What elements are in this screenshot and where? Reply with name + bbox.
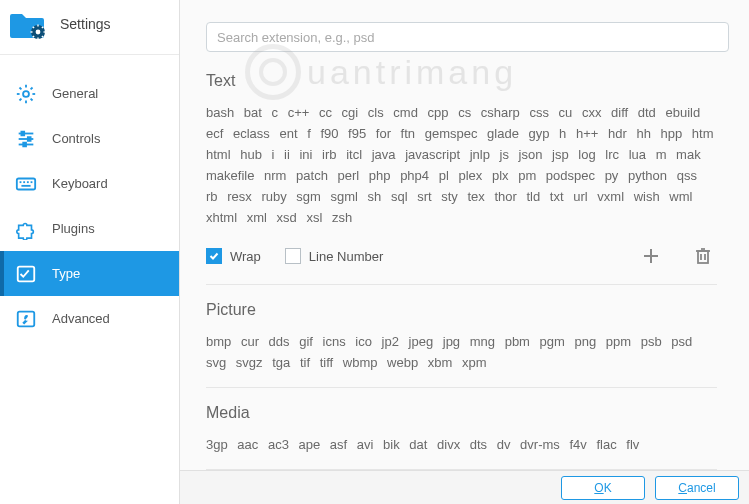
extension-item[interactable]: thor xyxy=(494,189,516,204)
sidebar-item-keyboard[interactable]: Keyboard xyxy=(0,161,179,206)
extension-item[interactable]: 3gp xyxy=(206,437,228,452)
extension-item[interactable]: svg xyxy=(206,355,226,370)
extension-item[interactable]: cls xyxy=(368,105,384,120)
extension-item[interactable]: ape xyxy=(299,437,321,452)
extension-item[interactable]: xbm xyxy=(428,355,453,370)
extension-item[interactable]: plx xyxy=(492,168,509,183)
extension-item[interactable]: diff xyxy=(611,105,628,120)
extension-item[interactable]: tex xyxy=(468,189,485,204)
extension-item[interactable]: json xyxy=(519,147,543,162)
extension-item[interactable]: h++ xyxy=(576,126,598,141)
extension-item[interactable]: bik xyxy=(383,437,400,452)
extension-item[interactable]: tld xyxy=(527,189,541,204)
extension-item[interactable]: eclass xyxy=(233,126,270,141)
extension-item[interactable]: xhtml xyxy=(206,210,237,225)
search-input[interactable] xyxy=(206,22,729,52)
extension-item[interactable]: rb xyxy=(206,189,218,204)
extension-item[interactable]: pbm xyxy=(505,334,530,349)
extension-item[interactable]: sgml xyxy=(330,189,357,204)
line-number-checkbox[interactable]: Line Number xyxy=(285,248,383,264)
extension-item[interactable]: js xyxy=(500,147,509,162)
extension-item[interactable]: dat xyxy=(409,437,427,452)
extension-item[interactable]: png xyxy=(575,334,597,349)
extension-item[interactable]: ac3 xyxy=(268,437,289,452)
sections-scroll[interactable]: Textbash bat c c++ cc cgi cls cmd cpp cs… xyxy=(206,60,725,470)
extension-item[interactable]: cxx xyxy=(582,105,602,120)
extension-item[interactable]: f4v xyxy=(569,437,586,452)
extension-item[interactable]: svgz xyxy=(236,355,263,370)
extension-item[interactable]: jp2 xyxy=(382,334,399,349)
extension-item[interactable]: aac xyxy=(237,437,258,452)
extension-item[interactable]: dtd xyxy=(638,105,656,120)
extension-item[interactable]: bmp xyxy=(206,334,231,349)
wrap-checkbox[interactable]: Wrap xyxy=(206,248,261,264)
extension-item[interactable]: python xyxy=(628,168,667,183)
extension-item[interactable]: resx xyxy=(227,189,252,204)
extension-item[interactable]: vxml xyxy=(597,189,624,204)
extension-item[interactable]: gyp xyxy=(529,126,550,141)
extension-item[interactable]: ecf xyxy=(206,126,223,141)
extension-item[interactable]: dvr-ms xyxy=(520,437,560,452)
extension-item[interactable]: makefile xyxy=(206,168,254,183)
extension-item[interactable]: xml xyxy=(247,210,267,225)
extension-item[interactable]: podspec xyxy=(546,168,595,183)
extension-item[interactable]: irb xyxy=(322,147,336,162)
extension-item[interactable]: sgm xyxy=(296,189,321,204)
extension-item[interactable]: pm xyxy=(518,168,536,183)
extension-item[interactable]: flac xyxy=(596,437,616,452)
extension-item[interactable]: i xyxy=(272,147,275,162)
sidebar-item-plugins[interactable]: Plugins xyxy=(0,206,179,251)
extension-item[interactable]: icns xyxy=(323,334,346,349)
extension-item[interactable]: for xyxy=(376,126,391,141)
extension-item[interactable]: bash xyxy=(206,105,234,120)
extension-item[interactable]: dds xyxy=(269,334,290,349)
extension-item[interactable]: f xyxy=(307,126,311,141)
extension-item[interactable]: psb xyxy=(641,334,662,349)
extension-item[interactable]: sty xyxy=(441,189,458,204)
sidebar-item-type[interactable]: Type xyxy=(0,251,179,296)
sidebar-item-controls[interactable]: Controls xyxy=(0,116,179,161)
extension-item[interactable]: lrc xyxy=(605,147,619,162)
extension-item[interactable]: php xyxy=(369,168,391,183)
extension-item[interactable]: htm xyxy=(692,126,714,141)
extension-item[interactable]: jpg xyxy=(443,334,460,349)
add-button[interactable] xyxy=(637,242,665,270)
extension-item[interactable]: avi xyxy=(357,437,374,452)
extension-item[interactable]: qss xyxy=(677,168,697,183)
extension-item[interactable]: ebuild xyxy=(665,105,700,120)
extension-item[interactable]: html xyxy=(206,147,231,162)
extension-item[interactable]: srt xyxy=(417,189,431,204)
extension-item[interactable]: xpm xyxy=(462,355,487,370)
extension-item[interactable]: mng xyxy=(470,334,495,349)
extension-item[interactable]: ii xyxy=(284,147,290,162)
extension-item[interactable]: perl xyxy=(338,168,360,183)
extension-item[interactable]: lua xyxy=(629,147,646,162)
extension-item[interactable]: jsp xyxy=(552,147,569,162)
extension-item[interactable]: ftn xyxy=(401,126,415,141)
extension-item[interactable]: webp xyxy=(387,355,418,370)
extension-item[interactable]: flv xyxy=(626,437,639,452)
extension-item[interactable]: hdr xyxy=(608,126,627,141)
extension-item[interactable]: nrm xyxy=(264,168,286,183)
extension-item[interactable]: csharp xyxy=(481,105,520,120)
extension-item[interactable]: patch xyxy=(296,168,328,183)
extension-item[interactable]: py xyxy=(605,168,619,183)
extension-item[interactable]: bat xyxy=(244,105,262,120)
sidebar-item-general[interactable]: General xyxy=(0,71,179,116)
extension-item[interactable]: log xyxy=(578,147,595,162)
extension-item[interactable]: psd xyxy=(671,334,692,349)
extension-item[interactable]: cpp xyxy=(428,105,449,120)
extension-item[interactable]: c++ xyxy=(288,105,310,120)
extension-item[interactable]: cmd xyxy=(393,105,418,120)
extension-item[interactable]: gemspec xyxy=(425,126,478,141)
extension-item[interactable]: javascript xyxy=(405,147,460,162)
extension-item[interactable]: mak xyxy=(676,147,701,162)
extension-item[interactable]: itcl xyxy=(346,147,362,162)
extension-item[interactable]: wish xyxy=(634,189,660,204)
extension-item[interactable]: divx xyxy=(437,437,460,452)
extension-item[interactable]: f95 xyxy=(348,126,366,141)
extension-item[interactable]: cu xyxy=(559,105,573,120)
extension-item[interactable]: url xyxy=(573,189,587,204)
extension-item[interactable]: ico xyxy=(355,334,372,349)
extension-item[interactable]: sql xyxy=(391,189,408,204)
